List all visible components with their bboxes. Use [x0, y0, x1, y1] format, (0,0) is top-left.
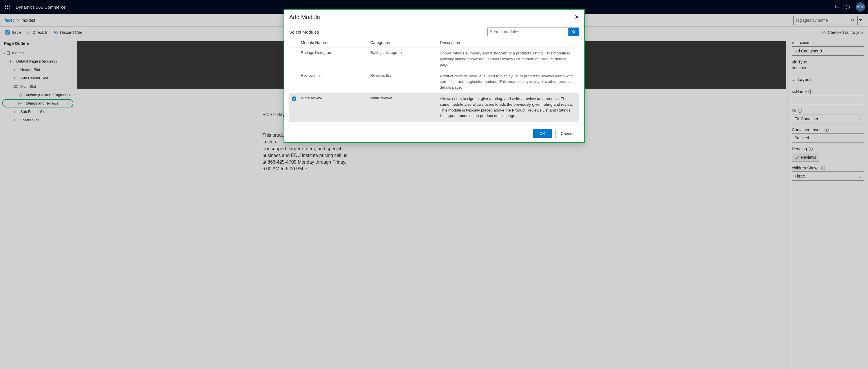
row-category: Ratings histogram — [370, 51, 440, 55]
table-row[interactable]: Reviews list Reviews list Product review… — [289, 70, 579, 93]
row-description: Allows users to sign-in, give a rating, … — [440, 96, 579, 119]
row-name: Reviews list — [301, 73, 370, 78]
dialog-search-button[interactable] — [568, 28, 579, 36]
svg-point-29 — [572, 30, 574, 32]
dialog-table: Module Name Categories Description Ratin… — [289, 40, 579, 122]
row-description: Product reviews module is used to displa… — [440, 73, 579, 90]
col-categories[interactable]: Categories — [370, 40, 440, 45]
svg-line-30 — [574, 32, 575, 33]
dialog-search — [488, 28, 579, 36]
add-module-dialog: Add Module ✕ Select Modules Module Name … — [283, 9, 585, 143]
row-category: Reviews list — [370, 73, 440, 78]
col-description[interactable]: Description — [440, 40, 579, 45]
table-row[interactable]: Ratings histogram Ratings histogram Show… — [289, 48, 579, 70]
row-description: Shows ratings summary and histogram of a… — [440, 51, 579, 67]
dialog-close-button[interactable]: ✕ — [575, 14, 579, 20]
row-category: Write review — [370, 96, 440, 100]
ok-button[interactable]: OK — [533, 129, 552, 138]
cancel-button[interactable]: Cancel — [555, 129, 579, 138]
dialog-title: Add Module — [289, 14, 575, 21]
row-name: Ratings histogram — [301, 51, 370, 55]
table-row[interactable]: Write review Write review Allows users t… — [289, 93, 579, 121]
row-selected-icon — [292, 96, 296, 101]
row-name: Write review — [301, 96, 370, 100]
col-module-name[interactable]: Module Name — [301, 40, 370, 45]
dialog-search-input[interactable] — [488, 28, 568, 36]
dialog-subtitle: Select Modules — [289, 30, 488, 34]
